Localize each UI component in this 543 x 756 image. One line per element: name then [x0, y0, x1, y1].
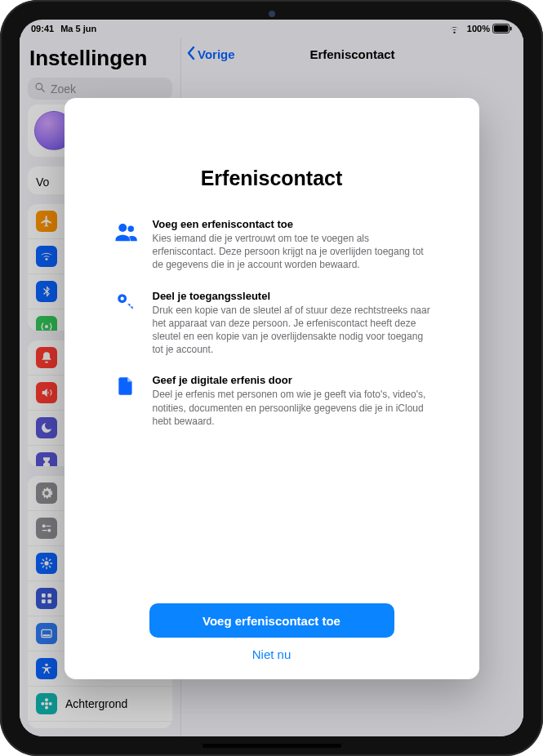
key-icon	[112, 290, 140, 357]
info-body: Druk een kopie van de sleutel af of stuu…	[153, 304, 432, 357]
front-camera-dot	[269, 11, 275, 17]
battery-icon	[492, 24, 512, 33]
status-bar: 09:41 Ma 5 jun 100%	[20, 20, 523, 38]
info-heading: Deel je toegangssleutel	[153, 290, 432, 302]
document-icon	[112, 374, 140, 428]
status-date: Ma 5 jun	[60, 24, 96, 33]
info-row-pass-legacy: Geef je digitale erfenis door Deel je er…	[112, 374, 432, 428]
people-icon	[112, 218, 140, 272]
info-body: Kies iemand die je vertrouwt om toe te v…	[153, 232, 432, 272]
wifi-icon	[448, 24, 461, 33]
info-row-add-contact: Voeg een erfeniscontact toe Kies iemand …	[112, 218, 432, 272]
info-heading: Geef je digitale erfenis door	[153, 374, 432, 386]
not-now-button[interactable]: Niet nu	[252, 647, 292, 661]
svg-rect-2	[510, 27, 512, 31]
legacy-contact-sheet: Erfeniscontact Voeg een erfeniscontact t…	[65, 98, 479, 679]
info-row-share-key: Deel je toegangssleutel Druk een kopie v…	[112, 290, 432, 357]
info-heading: Voeg een erfeniscontact toe	[153, 218, 432, 230]
info-body: Deel je erfenis met personen om wie je g…	[153, 388, 432, 428]
svg-point-35	[120, 296, 123, 300]
svg-point-32	[118, 224, 127, 232]
add-legacy-contact-button[interactable]: Voeg erfeniscontact toe	[149, 603, 394, 638]
battery-percent: 100%	[467, 24, 490, 33]
sheet-title: Erfeniscontact	[112, 167, 432, 190]
device-frame: 09:41 Ma 5 jun 100% Instellingen	[0, 0, 543, 756]
screen: 09:41 Ma 5 jun 100% Instellingen	[20, 20, 523, 736]
svg-point-33	[127, 226, 134, 233]
svg-rect-1	[494, 25, 509, 32]
home-indicator[interactable]	[203, 744, 341, 748]
status-time: 09:41	[31, 24, 54, 33]
